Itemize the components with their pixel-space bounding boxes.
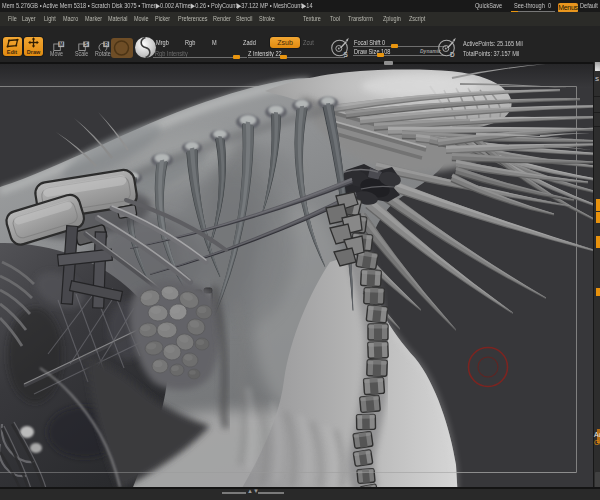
svg-text:M: M bbox=[59, 42, 63, 47]
svg-text:R: R bbox=[104, 42, 108, 47]
svg-text:S: S bbox=[344, 51, 349, 58]
svg-text:D: D bbox=[450, 51, 455, 58]
